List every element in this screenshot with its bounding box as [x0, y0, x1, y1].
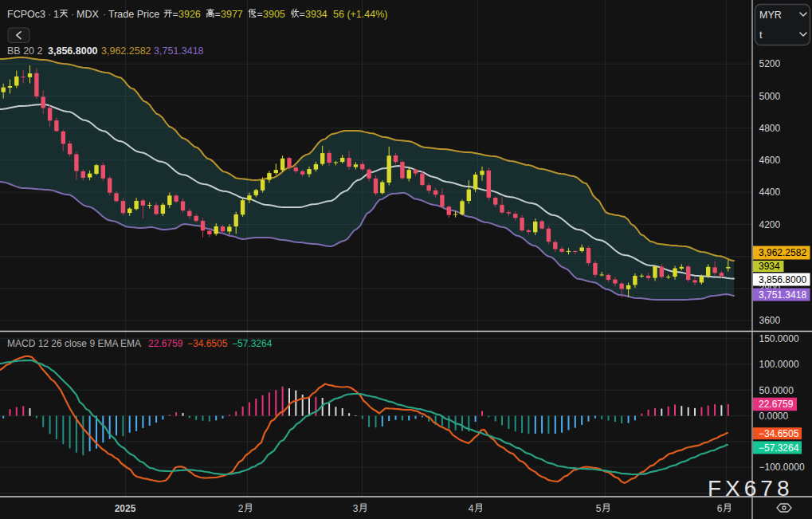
svg-text:5000: 5000: [759, 91, 781, 102]
svg-text:100.0000: 100.0000: [759, 359, 799, 370]
svg-text:1: 1: [53, 9, 59, 20]
svg-text:4600: 4600: [759, 155, 781, 166]
svg-text:MDX: MDX: [76, 9, 99, 20]
svg-text:4200: 4200: [759, 219, 781, 230]
svg-text:22.6759: 22.6759: [759, 399, 794, 410]
svg-text:2: 2: [238, 503, 244, 514]
svg-text:3934: 3934: [305, 9, 328, 20]
svg-text:3,856.8000: 3,856.8000: [759, 274, 806, 285]
svg-text:4: 4: [469, 503, 474, 514]
svg-text:·: ·: [103, 9, 106, 20]
svg-text:3,751.3418: 3,751.3418: [759, 289, 806, 301]
svg-text:3934: 3934: [759, 261, 780, 272]
svg-text:3: 3: [353, 503, 359, 514]
svg-text:·: ·: [48, 9, 51, 20]
svg-text:4800: 4800: [759, 123, 781, 134]
svg-text:−100.0000: −100.0000: [759, 462, 805, 473]
svg-text:=: =: [215, 9, 221, 20]
svg-text:3977: 3977: [221, 9, 243, 20]
svg-text:=: =: [300, 9, 305, 20]
svg-text:·: ·: [71, 9, 74, 20]
svg-text:150.0000: 150.0000: [759, 333, 799, 344]
svg-text:MYR: MYR: [759, 10, 782, 21]
svg-text:−57.3264: −57.3264: [232, 338, 273, 349]
svg-text:−57.3264: −57.3264: [759, 442, 799, 454]
svg-text:56 (+1.44%): 56 (+1.44%): [333, 9, 387, 20]
svg-text:3,962.2582: 3,962.2582: [759, 247, 806, 258]
svg-text:50.0000: 50.0000: [759, 385, 794, 396]
svg-text:MACD 12 26 close 9 EMA EMA: MACD 12 26 close 9 EMA EMA: [7, 338, 141, 349]
svg-text:3600: 3600: [759, 315, 781, 326]
svg-text:5200: 5200: [759, 58, 781, 69]
svg-text:3905: 3905: [263, 9, 285, 20]
svg-text:=: =: [257, 9, 263, 20]
svg-text:5: 5: [596, 503, 602, 514]
svg-text:3926: 3926: [178, 9, 201, 20]
svg-text:t: t: [759, 29, 763, 41]
svg-text:2025: 2025: [115, 503, 136, 514]
svg-text:=: =: [173, 9, 178, 20]
svg-text:22.6759: 22.6759: [148, 338, 183, 349]
svg-text:4400: 4400: [759, 187, 781, 198]
svg-text:BB 20 2: BB 20 2: [7, 45, 43, 57]
svg-text:−34.6505: −34.6505: [759, 428, 799, 439]
svg-text:6: 6: [717, 503, 723, 514]
svg-text:FCPOc3: FCPOc3: [7, 9, 45, 20]
svg-text:FX678: FX678: [708, 476, 794, 501]
svg-text:3,751.3418: 3,751.3418: [154, 45, 204, 57]
svg-text:0.0000: 0.0000: [759, 411, 789, 422]
svg-text:−34.6505: −34.6505: [187, 338, 228, 349]
svg-text:3,962.2582: 3,962.2582: [101, 45, 151, 57]
svg-text:Trade Price: Trade Price: [108, 9, 159, 20]
svg-text:3,856.8000: 3,856.8000: [48, 45, 98, 57]
